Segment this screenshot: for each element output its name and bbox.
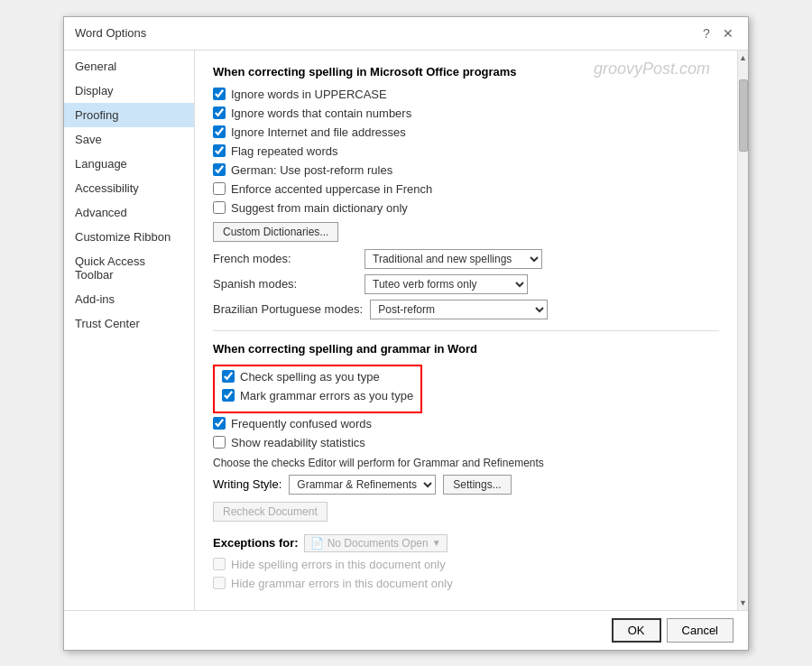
main-wrapper: groovyPost.com When correcting spelling … <box>195 51 748 610</box>
dialog-title: Word Options <box>75 26 146 40</box>
checkbox-row-repeated: Flag repeated words <box>213 144 719 158</box>
checkbox-row-readability: Show readability statistics <box>213 436 719 449</box>
checkbox-row-internet: Ignore Internet and file addresses <box>213 125 719 139</box>
sidebar-item-accessibility[interactable]: Accessibility <box>64 176 194 200</box>
sidebar-item-quick-access-toolbar[interactable]: Quick Access Toolbar <box>64 249 194 287</box>
exceptions-row: Exceptions for: 📄 No Documents Open ▼ <box>213 534 719 552</box>
main-dict-label: Suggest from main dictionary only <box>231 201 408 215</box>
ignore-uppercase-checkbox[interactable] <box>213 88 226 100</box>
main-dict-checkbox[interactable] <box>213 201 226 214</box>
checkbox-row-grammar-errors: Mark grammar errors as you type <box>222 389 413 402</box>
hide-spelling-label: Hide spelling errors in this document on… <box>231 558 446 571</box>
checkbox-row-hide-spelling: Hide spelling errors in this document on… <box>213 558 719 571</box>
main-content: groovyPost.com When correcting spelling … <box>195 51 737 610</box>
scroll-up-arrow[interactable]: ▲ <box>738 51 749 65</box>
french-modes-row: French modes: Traditional and new spelli… <box>213 249 719 269</box>
title-bar-buttons: ? ✕ <box>697 24 737 42</box>
grammar-errors-checkbox[interactable] <box>222 389 235 402</box>
checkbox-row-check-spelling: Check spelling as you type <box>222 370 413 384</box>
checkbox-row-french-uppercase: Enforce accented uppercase in French <box>213 182 719 196</box>
hide-grammar-label: Hide grammar errors in this document onl… <box>231 577 453 590</box>
scroll-down-arrow[interactable]: ▼ <box>738 596 749 610</box>
readability-label: Show readability statistics <box>231 436 365 449</box>
spanish-modes-row: Spanish modes: Tuteo verb forms only Tut… <box>213 274 719 294</box>
portuguese-modes-label: Brazilian Portuguese modes: <box>213 302 363 316</box>
writing-style-row: Writing Style: Grammar & Refinements Gra… <box>213 475 719 495</box>
sidebar-item-add-ins[interactable]: Add-ins <box>64 287 194 311</box>
spanish-modes-label: Spanish modes: <box>213 277 357 291</box>
ignore-internet-label: Ignore Internet and file addresses <box>231 125 406 139</box>
cancel-button[interactable]: Cancel <box>667 618 734 643</box>
settings-button[interactable]: Settings... <box>443 475 511 495</box>
ignore-numbers-label: Ignore words that contain numbers <box>231 106 411 120</box>
scrollbar-thumb[interactable] <box>739 79 748 152</box>
ok-button[interactable]: OK <box>612 618 661 643</box>
check-spelling-label: Check spelling as you type <box>240 370 380 384</box>
confused-words-checkbox[interactable] <box>213 417 226 430</box>
german-checkbox[interactable] <box>213 163 226 176</box>
french-uppercase-label: Enforce accented uppercase in French <box>231 182 432 196</box>
hide-grammar-checkbox[interactable] <box>213 577 226 589</box>
doc-selector[interactable]: 📄 No Documents Open ▼ <box>304 534 448 552</box>
checkbox-row-german: German: Use post-reform rules <box>213 163 719 177</box>
checkbox-row-hide-grammar: Hide grammar errors in this document onl… <box>213 577 719 590</box>
sidebar-item-proofing[interactable]: Proofing <box>64 103 194 127</box>
writing-style-label: Writing Style: <box>213 477 281 491</box>
checkbox-row-confused-words: Frequently confused words <box>213 417 719 430</box>
doc-label: No Documents Open <box>328 537 429 550</box>
hide-spelling-checkbox[interactable] <box>213 558 226 570</box>
french-uppercase-checkbox[interactable] <box>213 182 226 195</box>
title-bar: Word Options ? ✕ <box>64 17 748 51</box>
editor-label: Choose the checks Editor will perform fo… <box>213 457 719 469</box>
watermark: groovyPost.com <box>594 60 710 79</box>
dialog-footer: OK Cancel <box>64 610 748 650</box>
exceptions-section: Exceptions for: 📄 No Documents Open ▼ Hi… <box>213 534 719 590</box>
dialog-content: GeneralDisplayProofingSaveLanguageAccess… <box>64 51 748 610</box>
exceptions-label: Exceptions for: <box>213 536 299 550</box>
ignore-uppercase-label: Ignore words in UPPERCASE <box>231 88 387 101</box>
sidebar-item-general[interactable]: General <box>64 54 194 79</box>
help-button[interactable]: ? <box>697 24 715 42</box>
close-button[interactable]: ✕ <box>719 24 737 42</box>
sidebar: GeneralDisplayProofingSaveLanguageAccess… <box>64 51 195 610</box>
checkbox-row-numbers: Ignore words that contain numbers <box>213 106 719 120</box>
confused-words-label: Frequently confused words <box>231 417 372 430</box>
recheck-document-button[interactable]: Recheck Document <box>213 502 328 522</box>
french-modes-select[interactable]: Traditional and new spellings Always use… <box>364 249 542 269</box>
scrollbar[interactable]: ▲ ▼ <box>737 51 748 610</box>
portuguese-modes-row: Brazilian Portuguese modes: Post-reform … <box>213 300 719 319</box>
sidebar-item-customize-ribbon[interactable]: Customize Ribbon <box>64 225 194 249</box>
readability-checkbox[interactable] <box>213 436 226 449</box>
sidebar-item-display[interactable]: Display <box>64 79 194 103</box>
flag-repeated-checkbox[interactable] <box>213 144 226 157</box>
flag-repeated-label: Flag repeated words <box>231 144 338 158</box>
german-label: German: Use post-reform rules <box>231 163 392 177</box>
ignore-numbers-checkbox[interactable] <box>213 106 226 119</box>
grammar-errors-label: Mark grammar errors as you type <box>240 389 413 402</box>
sidebar-item-advanced[interactable]: Advanced <box>64 200 194 225</box>
sidebar-item-language[interactable]: Language <box>64 152 194 176</box>
writing-style-select[interactable]: Grammar & Refinements Grammar Only <box>289 475 436 495</box>
ignore-internet-checkbox[interactable] <box>213 125 226 138</box>
sidebar-item-trust-center[interactable]: Trust Center <box>64 311 194 336</box>
sidebar-item-save[interactable]: Save <box>64 127 194 152</box>
spanish-modes-select[interactable]: Tuteo verb forms only Tuteo and Voseo ve… <box>364 274 528 294</box>
french-modes-label: French modes: <box>213 252 357 265</box>
custom-dictionaries-button[interactable]: Custom Dictionaries... <box>213 222 338 242</box>
check-spelling-checkbox[interactable] <box>222 370 235 383</box>
section2-title: When correcting spelling and grammar in … <box>213 342 719 356</box>
checkbox-row-main-dict: Suggest from main dictionary only <box>213 201 719 215</box>
checkbox-row-uppercase: Ignore words in UPPERCASE <box>213 88 719 101</box>
portuguese-modes-select[interactable]: Post-reform Pre-reform Agreement pre and… <box>370 300 548 319</box>
